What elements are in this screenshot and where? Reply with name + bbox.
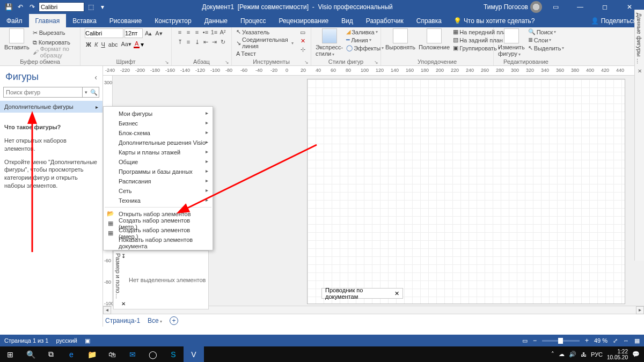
- tab-file[interactable]: Файл: [0, 14, 29, 27]
- font-launcher-icon[interactable]: ↘: [165, 58, 169, 66]
- presentation-mode-icon[interactable]: ▭: [522, 337, 528, 344]
- network-icon[interactable]: 🖧: [581, 351, 587, 358]
- align-center-icon[interactable]: ≡: [185, 28, 192, 36]
- flyout-maps[interactable]: Карты и планы этажей: [104, 147, 213, 157]
- grow-font-icon[interactable]: A▴: [144, 30, 153, 37]
- store-icon[interactable]: 🛍: [102, 346, 122, 362]
- format-painter-button[interactable]: 🖌Формат по образцу: [33, 48, 76, 56]
- connection-point-icon[interactable]: ⊹: [299, 46, 306, 53]
- text-tool[interactable]: AТекст: [236, 50, 294, 57]
- zoom-in-icon[interactable]: +: [585, 337, 589, 344]
- dec-indent-icon[interactable]: ⇤: [202, 38, 209, 46]
- ribbon-display-icon[interactable]: ▭: [544, 0, 567, 14]
- pointer-tool[interactable]: ↖Указатель: [236, 28, 294, 35]
- flyout-schedule[interactable]: Расписания: [104, 176, 213, 186]
- taskbar-search-icon[interactable]: 🔍: [20, 346, 41, 362]
- layers-button[interactable]: ≣Слои: [528, 36, 565, 43]
- fit-width-icon[interactable]: ↔: [623, 337, 629, 344]
- tray-clock[interactable]: 1:2210.05.20: [607, 349, 628, 360]
- fit-page-icon[interactable]: ⤢: [613, 337, 618, 344]
- select-button[interactable]: ↖Выделить: [528, 45, 565, 51]
- find-button[interactable]: 🔍Поиск: [528, 28, 565, 35]
- all-pages-dropdown[interactable]: Все: [148, 317, 162, 324]
- font-color-button[interactable]: A: [134, 40, 140, 48]
- tab-developer[interactable]: Разработчик: [360, 14, 410, 27]
- rectangle-tool-icon[interactable]: ▭: [299, 28, 306, 36]
- inc-indent-icon[interactable]: ⇥: [210, 38, 218, 46]
- tab-insert[interactable]: Вставка: [66, 14, 103, 27]
- tab-view[interactable]: Вид: [335, 14, 360, 27]
- bold-button[interactable]: Ж: [85, 41, 92, 48]
- font-name-input[interactable]: [85, 28, 123, 38]
- line-button[interactable]: ━Линия: [346, 36, 384, 43]
- pan-zoom-icon[interactable]: ▦: [634, 337, 640, 344]
- tab-process[interactable]: Процесс: [234, 14, 272, 27]
- case-button[interactable]: Aa▾: [120, 41, 133, 48]
- close-icon[interactable]: ✕: [121, 301, 126, 307]
- scroll-left-icon[interactable]: ◂: [103, 306, 111, 314]
- flyout-software[interactable]: Программы и базы данных: [104, 167, 213, 176]
- change-shape-button[interactable]: Изменить фигуру: [498, 28, 525, 57]
- tab-data[interactable]: Данные: [198, 14, 234, 27]
- tools-launcher-icon[interactable]: ↘: [304, 58, 309, 66]
- position-button[interactable]: Положение: [419, 28, 450, 50]
- search-dropdown-icon[interactable]: ▾: [83, 87, 90, 98]
- touch-mode-icon[interactable]: ⬚: [85, 2, 96, 12]
- ss-launcher-icon[interactable]: ↘: [374, 58, 378, 66]
- action-center-icon[interactable]: 💬: [632, 351, 640, 358]
- fill-button[interactable]: ◢Заливка: [346, 28, 384, 35]
- shape-data-side-tab[interactable]: Данные фигуры … ✕: [634, 10, 644, 261]
- align-right-icon[interactable]: ≡: [193, 28, 201, 36]
- task-view-icon[interactable]: ⧉: [41, 346, 61, 362]
- cut-button[interactable]: ✂Вырезать: [33, 28, 76, 37]
- macro-record-icon[interactable]: ▣: [85, 337, 90, 344]
- tell-me[interactable]: 💡Что вы хотите сделать?: [453, 14, 535, 27]
- document-explorer-toolbar[interactable]: Проводник по документам✕: [321, 288, 403, 299]
- onedrive-icon[interactable]: ☁: [559, 351, 565, 358]
- bullets-icon[interactable]: •≡: [202, 28, 209, 36]
- user-avatar[interactable]: [530, 1, 542, 13]
- edge-icon[interactable]: e: [61, 346, 82, 362]
- minimize-button[interactable]: —: [569, 0, 591, 14]
- start-button[interactable]: ⊞: [0, 346, 20, 362]
- zoom-slider[interactable]: [542, 340, 580, 342]
- flyout-my-shapes[interactable]: Мои фигуры: [104, 109, 213, 119]
- tray-language[interactable]: РУС: [591, 351, 603, 358]
- scroll-right-icon[interactable]: ▸: [636, 306, 644, 314]
- quick-styles-button[interactable]: Экспресс-стили: [316, 28, 343, 57]
- connector-tool[interactable]: ↘Соединительная линия: [236, 36, 294, 49]
- flyout-engineering[interactable]: Техника: [104, 196, 213, 205]
- italic-button[interactable]: К: [93, 41, 99, 48]
- tray-expand-icon[interactable]: ˄: [551, 351, 554, 358]
- para-launcher-icon[interactable]: ↘: [225, 58, 229, 66]
- page-canvas[interactable]: [307, 79, 625, 304]
- size-position-panel[interactable]: Размер и поло… ↧ ✕ Нет выделенных элемен…: [113, 250, 209, 309]
- flyout-extras[interactable]: Дополнительные решения Visio: [104, 138, 213, 147]
- maximize-button[interactable]: ◻: [594, 0, 616, 14]
- collapse-pane-icon[interactable]: ‹: [94, 73, 97, 82]
- zoom-out-icon[interactable]: −: [533, 337, 537, 344]
- visio-taskbar-icon[interactable]: V: [184, 346, 204, 362]
- shrink-font-icon[interactable]: A▾: [154, 30, 163, 37]
- explorer-icon[interactable]: 📁: [82, 346, 102, 362]
- pin-icon[interactable]: ↧: [121, 253, 126, 259]
- rotate-text-icon[interactable]: ↻: [219, 38, 226, 46]
- paste-button[interactable]: Вставить: [4, 28, 30, 50]
- search-go-icon[interactable]: 🔍: [90, 87, 99, 98]
- delete-connector-icon[interactable]: ✕: [299, 37, 306, 45]
- tab-home[interactable]: Главная: [29, 14, 67, 27]
- valign-bot-icon[interactable]: ⤓: [193, 38, 201, 46]
- qat-customize-icon[interactable]: ▾: [97, 2, 108, 12]
- valign-top-icon[interactable]: ⤒: [176, 38, 184, 46]
- align-left-icon[interactable]: ≡: [176, 28, 184, 36]
- flyout-business[interactable]: Бизнес: [104, 119, 213, 128]
- tab-help[interactable]: Справка: [410, 14, 448, 27]
- volume-icon[interactable]: 🔊: [569, 351, 576, 358]
- more-shapes-row[interactable]: Дополнительные фигуры▸: [0, 101, 103, 113]
- add-page-button[interactable]: +: [170, 316, 178, 325]
- align-button[interactable]: Выровнять: [385, 28, 415, 50]
- effects-button[interactable]: ◯Эффекты: [346, 45, 384, 51]
- redo-icon[interactable]: ↷: [27, 2, 38, 12]
- mail-icon[interactable]: ✉: [122, 346, 143, 362]
- skype-icon[interactable]: S: [163, 346, 184, 362]
